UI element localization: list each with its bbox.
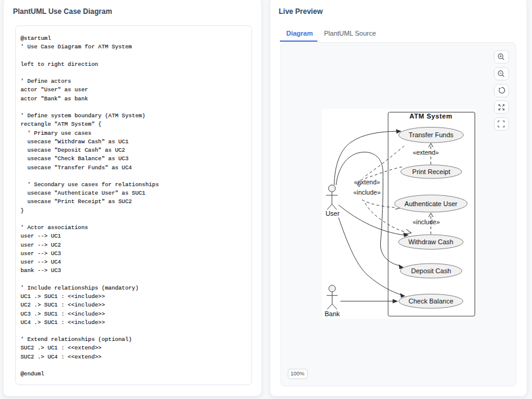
- svg-text:«include»: «include»: [354, 189, 381, 196]
- svg-text:Bank: Bank: [325, 310, 340, 317]
- svg-text:Deposit Cash: Deposit Cash: [411, 267, 451, 274]
- svg-text:«extend»: «extend»: [413, 149, 439, 156]
- svg-text:User: User: [325, 210, 340, 217]
- svg-text:Print Receipt: Print Receipt: [412, 168, 450, 175]
- svg-text:Authenticate User: Authenticate User: [404, 200, 458, 207]
- svg-text:ATM System: ATM System: [409, 112, 452, 120]
- svg-text:«include»: «include»: [413, 218, 440, 225]
- svg-text:Transfer Funds: Transfer Funds: [409, 131, 454, 138]
- svg-text:Check Balance: Check Balance: [409, 297, 453, 305]
- svg-text:«extend»: «extend»: [354, 178, 380, 186]
- svg-text:Withdraw Cash: Withdraw Cash: [408, 238, 453, 245]
